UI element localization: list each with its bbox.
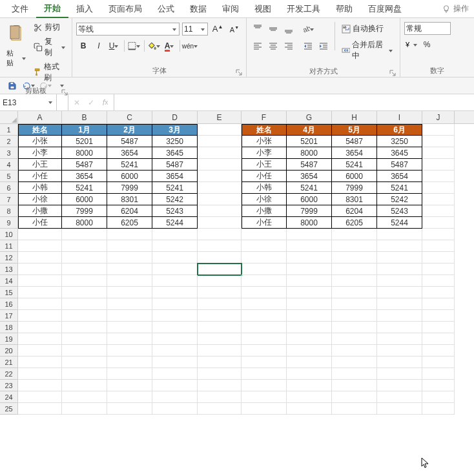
cell[interactable] <box>287 310 332 322</box>
cell[interactable] <box>18 322 62 333</box>
cell[interactable] <box>62 380 107 391</box>
cell[interactable] <box>422 403 455 415</box>
cell[interactable]: 小任 <box>18 217 62 229</box>
cell[interactable]: 5487 <box>62 159 107 171</box>
cell[interactable] <box>198 368 242 380</box>
cell[interactable] <box>107 333 152 345</box>
cell[interactable]: 5201 <box>287 136 332 147</box>
cell[interactable] <box>152 345 198 357</box>
align-middle-button[interactable] <box>266 22 280 36</box>
cell[interactable] <box>152 357 198 368</box>
cell[interactable] <box>422 136 455 147</box>
cell[interactable] <box>62 240 107 252</box>
cell[interactable] <box>242 345 287 357</box>
paste-button[interactable] <box>6 21 27 47</box>
column-header[interactable]: C <box>107 111 152 123</box>
cell[interactable] <box>198 391 242 403</box>
orientation-button[interactable]: ab <box>301 22 315 36</box>
tab-dev[interactable]: 开发工具 <box>279 1 328 17</box>
cell[interactable] <box>332 275 377 287</box>
cell[interactable] <box>422 217 455 229</box>
column-header[interactable]: G <box>287 111 332 123</box>
cell[interactable]: 3654 <box>377 171 422 182</box>
cell[interactable] <box>198 182 242 194</box>
column-header[interactable]: B <box>62 111 107 123</box>
accounting-format-button[interactable]: ¥ <box>404 37 418 52</box>
row-header[interactable]: 21 <box>0 357 18 368</box>
copy-button[interactable]: 复制 <box>31 35 69 59</box>
cell[interactable]: 1月 <box>62 124 107 136</box>
cell[interactable] <box>332 298 377 310</box>
cell[interactable]: 小李 <box>242 147 287 159</box>
cell[interactable]: 6205 <box>107 217 152 229</box>
cell[interactable]: 8000 <box>287 217 332 229</box>
cell[interactable]: 5242 <box>377 194 422 205</box>
cell[interactable] <box>62 264 107 275</box>
cell[interactable] <box>377 357 422 368</box>
cell[interactable]: 7999 <box>332 182 377 194</box>
cell[interactable] <box>152 368 198 380</box>
row-header[interactable]: 20 <box>0 345 18 357</box>
cell[interactable] <box>242 322 287 333</box>
cell[interactable]: 小撒 <box>242 205 287 217</box>
cell[interactable]: 6000 <box>107 171 152 182</box>
cell[interactable] <box>332 380 377 391</box>
cell[interactable] <box>152 252 198 264</box>
column-header[interactable]: A <box>18 111 62 123</box>
cell[interactable] <box>198 403 242 415</box>
cell[interactable] <box>198 345 242 357</box>
cell[interactable]: 5201 <box>62 136 107 147</box>
cell[interactable]: 5241 <box>107 159 152 171</box>
select-all-button[interactable] <box>0 111 18 123</box>
cell[interactable]: 小撒 <box>18 205 62 217</box>
cell[interactable] <box>332 391 377 403</box>
cell[interactable] <box>242 380 287 391</box>
cell[interactable] <box>287 391 332 403</box>
cell[interactable]: 小王 <box>18 159 62 171</box>
cell[interactable] <box>18 345 62 357</box>
cell[interactable] <box>287 322 332 333</box>
row-header[interactable]: 23 <box>0 380 18 391</box>
cell[interactable] <box>422 345 455 357</box>
row-header[interactable]: 5 <box>0 171 18 182</box>
cell[interactable] <box>422 182 455 194</box>
cell[interactable] <box>152 287 198 298</box>
cell[interactable] <box>107 252 152 264</box>
align-top-button[interactable] <box>251 22 265 36</box>
bold-button[interactable]: B <box>76 39 90 53</box>
cell[interactable] <box>18 252 62 264</box>
cell[interactable] <box>377 264 422 275</box>
cell[interactable]: 8301 <box>332 194 377 205</box>
cell[interactable]: 8000 <box>62 217 107 229</box>
column-header[interactable]: D <box>152 111 198 123</box>
cell[interactable] <box>422 298 455 310</box>
cell[interactable] <box>107 357 152 368</box>
cell[interactable] <box>422 380 455 391</box>
tab-layout[interactable]: 页面布局 <box>101 1 150 17</box>
cell[interactable] <box>242 252 287 264</box>
cell[interactable] <box>242 333 287 345</box>
decrease-font-button[interactable]: A▼ <box>227 22 242 36</box>
cell[interactable] <box>107 391 152 403</box>
cell[interactable] <box>18 229 62 240</box>
column-header[interactable]: H <box>332 111 377 123</box>
cell[interactable] <box>287 240 332 252</box>
cell[interactable] <box>377 322 422 333</box>
decrease-indent-button[interactable] <box>301 39 315 53</box>
cell[interactable] <box>332 264 377 275</box>
cell[interactable] <box>287 229 332 240</box>
cell[interactable] <box>62 357 107 368</box>
tab-file[interactable]: 文件 <box>4 1 36 17</box>
cell[interactable] <box>18 357 62 368</box>
cell[interactable] <box>152 391 198 403</box>
cell[interactable] <box>198 287 242 298</box>
cell[interactable]: 小张 <box>242 136 287 147</box>
cell[interactable]: 6205 <box>332 217 377 229</box>
cell[interactable] <box>422 391 455 403</box>
cell[interactable]: 6000 <box>287 194 332 205</box>
row-header[interactable]: 4 <box>0 159 18 171</box>
cell[interactable] <box>107 345 152 357</box>
phonetic-button[interactable]: wén <box>183 39 197 53</box>
cell[interactable] <box>62 333 107 345</box>
cell[interactable]: 3250 <box>377 136 422 147</box>
